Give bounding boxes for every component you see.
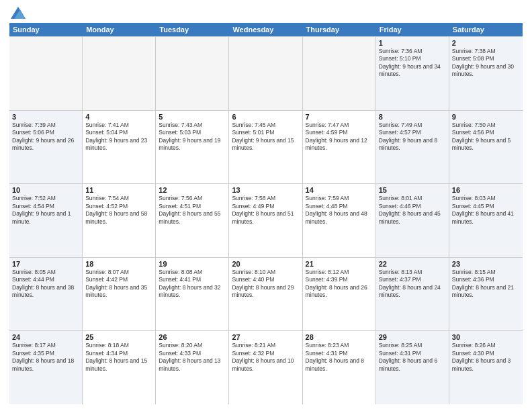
day-info: Sunrise: 8:12 AM Sunset: 4:39 PM Dayligh…	[306, 269, 373, 300]
day-number: 9	[452, 113, 520, 121]
calendar-body: 1Sunrise: 7:36 AM Sunset: 5:10 PM Daylig…	[9, 36, 523, 404]
day-number: 17	[12, 260, 79, 268]
logo-icon	[11, 7, 26, 19]
day-number: 24	[12, 333, 79, 341]
day-info: Sunrise: 8:25 AM Sunset: 4:31 PM Dayligh…	[379, 342, 446, 373]
day-number: 29	[379, 333, 446, 341]
day-info: Sunrise: 8:07 AM Sunset: 4:42 PM Dayligh…	[85, 269, 152, 300]
header-day-wednesday: Wednesday	[229, 23, 302, 36]
empty-cell	[229, 37, 302, 110]
day-info: Sunrise: 7:56 AM Sunset: 4:51 PM Dayligh…	[159, 195, 226, 226]
page: SundayMondayTuesdayWednesdayThursdayFrid…	[0, 0, 532, 411]
day-number: 21	[306, 260, 373, 268]
day-number: 3	[12, 113, 79, 121]
day-cell-10: 10Sunrise: 7:52 AM Sunset: 4:54 PM Dayli…	[9, 184, 83, 257]
day-info: Sunrise: 7:43 AM Sunset: 5:03 PM Dayligh…	[159, 122, 226, 152]
day-info: Sunrise: 8:13 AM Sunset: 4:37 PM Dayligh…	[379, 269, 446, 300]
day-cell-4: 4Sunrise: 7:41 AM Sunset: 5:04 PM Daylig…	[83, 111, 156, 184]
day-cell-24: 24Sunrise: 8:17 AM Sunset: 4:35 PM Dayli…	[9, 331, 83, 404]
day-info: Sunrise: 8:23 AM Sunset: 4:31 PM Dayligh…	[306, 342, 373, 373]
day-info: Sunrise: 7:50 AM Sunset: 4:56 PM Dayligh…	[452, 122, 520, 152]
day-number: 6	[232, 113, 299, 121]
day-number: 2	[452, 39, 520, 47]
header-day-saturday: Saturday	[449, 23, 523, 36]
day-info: Sunrise: 7:39 AM Sunset: 5:06 PM Dayligh…	[12, 122, 79, 152]
day-cell-12: 12Sunrise: 7:56 AM Sunset: 4:51 PM Dayli…	[156, 184, 229, 257]
day-number: 11	[85, 186, 152, 194]
day-cell-29: 29Sunrise: 8:25 AM Sunset: 4:31 PM Dayli…	[376, 331, 449, 404]
day-cell-17: 17Sunrise: 8:05 AM Sunset: 4:44 PM Dayli…	[9, 258, 83, 331]
day-number: 8	[379, 113, 446, 121]
day-number: 22	[379, 260, 446, 268]
calendar-header: SundayMondayTuesdayWednesdayThursdayFrid…	[9, 23, 523, 36]
day-cell-20: 20Sunrise: 8:10 AM Sunset: 4:40 PM Dayli…	[229, 258, 302, 331]
day-info: Sunrise: 7:49 AM Sunset: 4:57 PM Dayligh…	[379, 122, 446, 152]
day-info: Sunrise: 8:20 AM Sunset: 4:33 PM Dayligh…	[159, 342, 226, 373]
empty-cell	[156, 37, 229, 110]
day-info: Sunrise: 8:05 AM Sunset: 4:44 PM Dayligh…	[12, 269, 79, 300]
day-info: Sunrise: 7:36 AM Sunset: 5:10 PM Dayligh…	[379, 48, 446, 79]
day-number: 14	[306, 186, 373, 194]
day-number: 16	[452, 186, 520, 194]
day-cell-19: 19Sunrise: 8:08 AM Sunset: 4:41 PM Dayli…	[156, 258, 229, 331]
day-info: Sunrise: 8:18 AM Sunset: 4:34 PM Dayligh…	[85, 342, 152, 373]
day-info: Sunrise: 7:38 AM Sunset: 5:08 PM Dayligh…	[452, 48, 520, 79]
empty-cell	[9, 37, 83, 110]
day-number: 1	[379, 39, 446, 47]
day-cell-25: 25Sunrise: 8:18 AM Sunset: 4:34 PM Dayli…	[83, 331, 156, 404]
day-info: Sunrise: 8:17 AM Sunset: 4:35 PM Dayligh…	[12, 342, 79, 373]
day-info: Sunrise: 7:41 AM Sunset: 5:04 PM Dayligh…	[85, 122, 152, 152]
day-cell-18: 18Sunrise: 8:07 AM Sunset: 4:42 PM Dayli…	[83, 258, 156, 331]
day-cell-15: 15Sunrise: 8:01 AM Sunset: 4:46 PM Dayli…	[376, 184, 449, 257]
day-info: Sunrise: 8:15 AM Sunset: 4:36 PM Dayligh…	[452, 269, 520, 300]
header	[9, 7, 523, 19]
day-cell-14: 14Sunrise: 7:59 AM Sunset: 4:48 PM Dayli…	[303, 184, 376, 257]
day-cell-28: 28Sunrise: 8:23 AM Sunset: 4:31 PM Dayli…	[303, 331, 376, 404]
day-cell-21: 21Sunrise: 8:12 AM Sunset: 4:39 PM Dayli…	[303, 258, 376, 331]
day-number: 26	[159, 333, 226, 341]
day-number: 18	[85, 260, 152, 268]
day-number: 28	[306, 333, 373, 341]
day-info: Sunrise: 8:21 AM Sunset: 4:32 PM Dayligh…	[232, 342, 299, 373]
empty-cell	[83, 37, 156, 110]
day-info: Sunrise: 8:10 AM Sunset: 4:40 PM Dayligh…	[232, 269, 299, 300]
header-day-tuesday: Tuesday	[156, 23, 229, 36]
day-info: Sunrise: 7:45 AM Sunset: 5:01 PM Dayligh…	[232, 122, 299, 152]
day-cell-5: 5Sunrise: 7:43 AM Sunset: 5:03 PM Daylig…	[156, 111, 229, 184]
day-info: Sunrise: 7:58 AM Sunset: 4:49 PM Dayligh…	[232, 195, 299, 226]
day-cell-11: 11Sunrise: 7:54 AM Sunset: 4:52 PM Dayli…	[83, 184, 156, 257]
week-row-4: 17Sunrise: 8:05 AM Sunset: 4:44 PM Dayli…	[9, 257, 523, 331]
day-info: Sunrise: 7:59 AM Sunset: 4:48 PM Dayligh…	[306, 195, 373, 226]
day-info: Sunrise: 8:26 AM Sunset: 4:30 PM Dayligh…	[452, 342, 520, 373]
day-info: Sunrise: 8:08 AM Sunset: 4:41 PM Dayligh…	[159, 269, 226, 300]
day-number: 30	[452, 333, 520, 341]
day-number: 23	[452, 260, 520, 268]
day-number: 4	[85, 113, 152, 121]
day-number: 5	[159, 113, 226, 121]
day-number: 10	[12, 186, 79, 194]
day-info: Sunrise: 7:52 AM Sunset: 4:54 PM Dayligh…	[12, 195, 79, 226]
day-cell-1: 1Sunrise: 7:36 AM Sunset: 5:10 PM Daylig…	[376, 37, 449, 110]
day-cell-2: 2Sunrise: 7:38 AM Sunset: 5:08 PM Daylig…	[449, 37, 523, 110]
day-number: 20	[232, 260, 299, 268]
header-day-monday: Monday	[83, 23, 156, 36]
day-cell-16: 16Sunrise: 8:03 AM Sunset: 4:45 PM Dayli…	[449, 184, 523, 257]
day-cell-27: 27Sunrise: 8:21 AM Sunset: 4:32 PM Dayli…	[229, 331, 302, 404]
day-cell-8: 8Sunrise: 7:49 AM Sunset: 4:57 PM Daylig…	[376, 111, 449, 184]
week-row-2: 3Sunrise: 7:39 AM Sunset: 5:06 PM Daylig…	[9, 110, 523, 184]
week-row-1: 1Sunrise: 7:36 AM Sunset: 5:10 PM Daylig…	[9, 36, 523, 110]
day-number: 15	[379, 186, 446, 194]
day-number: 27	[232, 333, 299, 341]
header-day-thursday: Thursday	[303, 23, 376, 36]
header-day-friday: Friday	[376, 23, 449, 36]
day-info: Sunrise: 7:54 AM Sunset: 4:52 PM Dayligh…	[85, 195, 152, 226]
day-cell-26: 26Sunrise: 8:20 AM Sunset: 4:33 PM Dayli…	[156, 331, 229, 404]
day-number: 7	[306, 113, 373, 121]
day-number: 13	[232, 186, 299, 194]
logo	[9, 7, 26, 19]
empty-cell	[303, 37, 376, 110]
day-info: Sunrise: 7:47 AM Sunset: 4:59 PM Dayligh…	[306, 122, 373, 152]
header-day-sunday: Sunday	[9, 23, 83, 36]
day-number: 25	[85, 333, 152, 341]
day-info: Sunrise: 8:03 AM Sunset: 4:45 PM Dayligh…	[452, 195, 520, 226]
